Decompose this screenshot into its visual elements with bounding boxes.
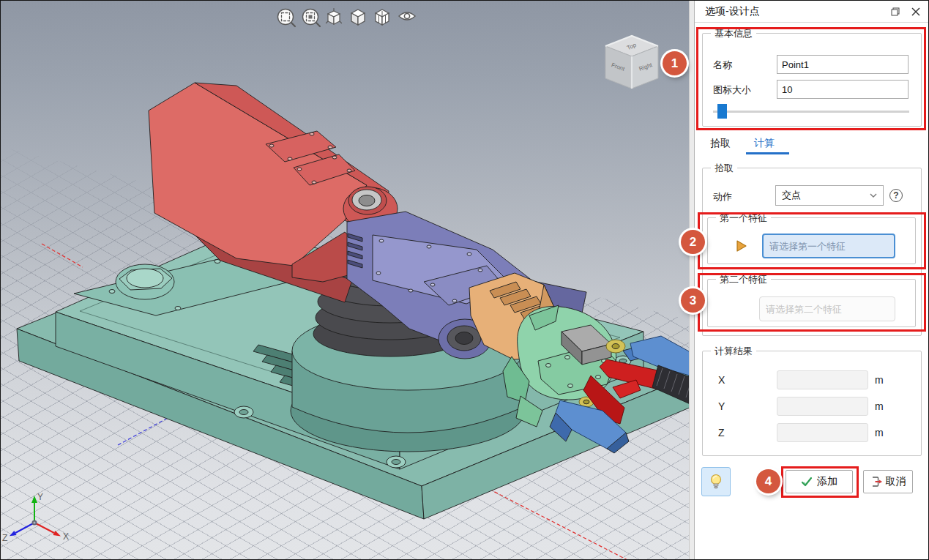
triad-y-label: Y bbox=[37, 492, 43, 502]
result-z-unit: m bbox=[875, 427, 884, 438]
shaded-view-icon[interactable] bbox=[351, 10, 365, 25]
result-x-label: X bbox=[718, 374, 725, 386]
close-icon[interactable] bbox=[910, 6, 922, 18]
help-icon[interactable]: ? bbox=[889, 189, 903, 202]
step-badge-3: 3 bbox=[681, 288, 705, 313]
name-label: 名称 bbox=[713, 59, 732, 72]
feature2-input[interactable] bbox=[759, 296, 895, 321]
visibility-eye-icon[interactable] bbox=[399, 12, 415, 20]
result-x-unit: m bbox=[875, 374, 884, 386]
check-icon bbox=[801, 477, 813, 487]
cancel-button-label: 取消 bbox=[886, 475, 906, 488]
action-dropdown[interactable]: 交点 bbox=[775, 185, 884, 206]
coordinate-triad: Y X Z bbox=[2, 492, 69, 543]
scene-svg: Top Front Right Y X Z bbox=[1, 1, 689, 560]
tab-pick[interactable]: 拾取 bbox=[710, 137, 731, 150]
result-z-input bbox=[777, 423, 868, 442]
wireframe-view-icon[interactable] bbox=[376, 10, 389, 25]
result-x-input bbox=[777, 370, 868, 389]
result-z-label: Z bbox=[718, 427, 725, 438]
isometric-view-icon[interactable] bbox=[327, 9, 342, 25]
name-input[interactable] bbox=[777, 55, 909, 74]
feature1-legend: 第一个特征 bbox=[716, 212, 771, 225]
pick-arrow-icon[interactable] bbox=[735, 239, 748, 255]
action-label: 动作 bbox=[713, 190, 732, 204]
result-y-unit: m bbox=[875, 400, 884, 412]
basic-info-legend: 基本信息 bbox=[711, 27, 756, 40]
step-badge-4: 4 bbox=[756, 469, 780, 493]
lightbulb-icon bbox=[708, 473, 724, 490]
action-dropdown-value: 交点 bbox=[782, 189, 801, 202]
feature2-legend: 第二个特征 bbox=[716, 273, 771, 286]
exit-icon bbox=[870, 476, 883, 488]
panel-splitter[interactable] bbox=[689, 1, 695, 560]
icon-size-label: 图标大小 bbox=[713, 83, 751, 97]
icon-size-slider-handle[interactable] bbox=[717, 104, 727, 119]
zoom-window-icon[interactable] bbox=[303, 10, 321, 27]
step-badge-1: 1 bbox=[663, 51, 687, 75]
triad-z-label: Z bbox=[2, 533, 7, 543]
3d-viewport[interactable]: Top Front Right Y X Z bbox=[1, 1, 689, 560]
panel-title: 选项-设计点 bbox=[705, 5, 760, 18]
feature1-input[interactable] bbox=[762, 234, 895, 258]
add-button-label: 添加 bbox=[817, 475, 837, 488]
result-y-label: Y bbox=[718, 400, 725, 412]
hint-lightbulb-button[interactable] bbox=[701, 467, 731, 496]
cad-application-window: Top Front Right Y X Z 选项-设计点 bbox=[0, 0, 929, 560]
robot-arm-model[interactable] bbox=[17, 83, 689, 519]
view-cube[interactable]: Top Front Right bbox=[605, 36, 658, 89]
add-button[interactable]: 添加 bbox=[786, 470, 853, 493]
panel-titlebar: 选项-设计点 bbox=[695, 1, 929, 23]
chevron-down-icon bbox=[870, 193, 877, 198]
x-axis-line-left[interactable] bbox=[42, 244, 83, 267]
options-panel: 选项-设计点 基本信息 名称 图标大小 拾取 计算 拾取 bbox=[695, 1, 929, 560]
float-window-icon[interactable] bbox=[889, 6, 901, 18]
result-y-input bbox=[777, 397, 868, 416]
results-legend: 计算结果 bbox=[711, 345, 756, 358]
active-tab-underline bbox=[746, 152, 789, 154]
viewport-toolbar bbox=[278, 9, 416, 27]
icon-size-slider-track[interactable] bbox=[713, 111, 909, 113]
zoom-extents-icon[interactable] bbox=[278, 10, 296, 27]
z-axis-line[interactable] bbox=[118, 418, 168, 445]
triad-x-label: X bbox=[63, 531, 69, 542]
step-badge-2: 2 bbox=[681, 230, 705, 254]
tab-calc[interactable]: 计算 bbox=[754, 137, 775, 150]
cancel-button[interactable]: 取消 bbox=[863, 470, 913, 493]
icon-size-input[interactable] bbox=[777, 80, 909, 99]
pick-legend: 拾取 bbox=[711, 162, 737, 175]
